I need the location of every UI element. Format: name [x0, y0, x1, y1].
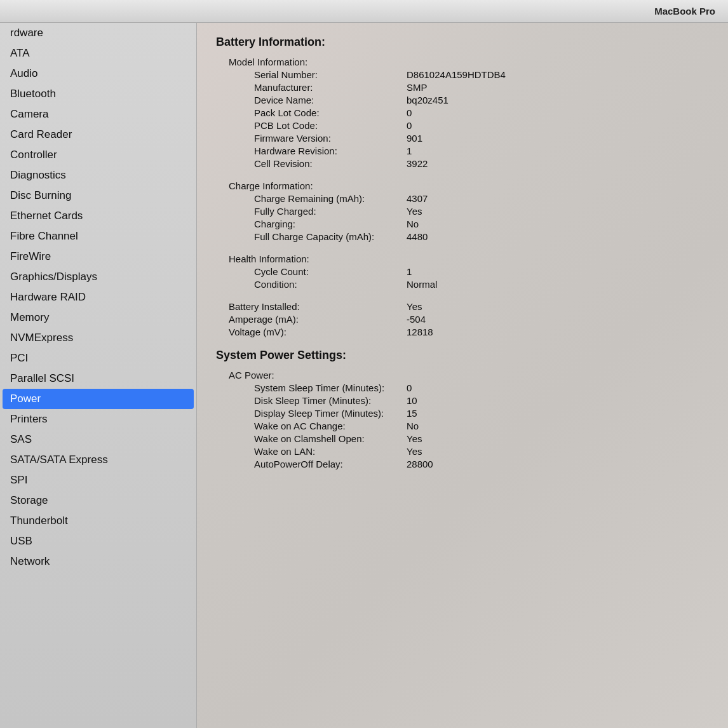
pack-lot-code-value: 0 [407, 107, 412, 118]
sidebar-item-camera[interactable]: Camera [0, 104, 196, 125]
sidebar-item-ata[interactable]: ATA [0, 43, 196, 64]
voltage-row: Voltage (mV): 12818 [216, 327, 709, 337]
sidebar-item-parallel-scsi[interactable]: Parallel SCSI [0, 368, 196, 389]
auto-power-off-delay-label: AutoPowerOff Delay: [216, 459, 407, 469]
full-charge-capacity-label: Full Charge Capacity (mAh): [216, 231, 407, 242]
amperage-value: -504 [407, 314, 426, 325]
pack-lot-code-label: Pack Lot Code: [216, 107, 407, 118]
condition-row: Condition: Normal [216, 279, 709, 290]
wake-on-lan-label: Wake on LAN: [216, 446, 407, 457]
sidebar-item-bluetooth[interactable]: Bluetooth [0, 84, 196, 104]
pack-lot-code-row: Pack Lot Code: 0 [216, 107, 709, 118]
sidebar-item-firewire[interactable]: FireWire [0, 246, 196, 267]
wake-on-ac-change-row: Wake on AC Change: No [216, 421, 709, 431]
window-title: MacBook Pro [654, 6, 715, 17]
sidebar-item-controller[interactable]: Controller [0, 145, 196, 165]
sidebar-item-diagnostics[interactable]: Diagnostics [0, 165, 196, 185]
sidebar-item-power[interactable]: Power [3, 389, 194, 409]
sidebar-item-usb[interactable]: USB [0, 531, 196, 551]
sidebar-item-sas[interactable]: SAS [0, 429, 196, 450]
system-power-settings-title: System Power Settings: [216, 349, 709, 362]
auto-power-off-delay-row: AutoPowerOff Delay: 28800 [216, 459, 709, 469]
wake-on-lan-row: Wake on LAN: Yes [216, 446, 709, 457]
full-charge-capacity-row: Full Charge Capacity (mAh): 4480 [216, 231, 709, 242]
disk-sleep-timer-row: Disk Sleep Timer (Minutes): 10 [216, 395, 709, 406]
manufacturer-row: Manufacturer: SMP [216, 82, 709, 93]
pcb-lot-code-row: PCB Lot Code: 0 [216, 120, 709, 131]
charging-row: Charging: No [216, 219, 709, 229]
sidebar: rdwareATAAudioBluetoothCameraCard Reader… [0, 23, 197, 728]
health-info-label: Health Information: [216, 253, 709, 264]
amperage-row: Amperage (mA): -504 [216, 314, 709, 325]
title-bar: MacBook Pro [0, 0, 728, 23]
sidebar-item-memory[interactable]: Memory [0, 307, 196, 328]
cell-revision-row: Cell Revision: 3922 [216, 158, 709, 169]
device-name-label: Device Name: [216, 95, 407, 105]
charging-label: Charging: [216, 219, 407, 229]
wake-on-ac-change-value: No [407, 421, 419, 431]
serial-number-label: Serial Number: [216, 69, 407, 80]
hardware-revision-label: Hardware Revision: [216, 145, 407, 156]
serial-number-row: Serial Number: D861024A159HDTDB4 [216, 69, 709, 80]
condition-value: Normal [407, 279, 437, 290]
sidebar-item-spi[interactable]: SPI [0, 470, 196, 490]
sidebar-item-rdware[interactable]: rdware [0, 23, 196, 43]
display-sleep-timer-row: Display Sleep Timer (Minutes): 15 [216, 408, 709, 419]
manufacturer-value: SMP [407, 82, 428, 93]
content-area: Battery Information: Model Information: … [197, 23, 728, 728]
firmware-version-label: Firmware Version: [216, 133, 407, 144]
cell-revision-label: Cell Revision: [216, 158, 407, 169]
hardware-revision-value: 1 [407, 145, 412, 156]
battery-installed-label: Battery Installed: [216, 301, 407, 312]
sidebar-item-disc-burning[interactable]: Disc Burning [0, 185, 196, 206]
battery-installed-value: Yes [407, 301, 422, 312]
pcb-lot-code-label: PCB Lot Code: [216, 120, 407, 131]
display-sleep-timer-label: Display Sleep Timer (Minutes): [216, 408, 407, 419]
sidebar-item-hardware-raid[interactable]: Hardware RAID [0, 287, 196, 307]
sidebar-item-card-reader[interactable]: Card Reader [0, 125, 196, 145]
main-layout: rdwareATAAudioBluetoothCameraCard Reader… [0, 23, 728, 728]
system-sleep-timer-value: 0 [407, 382, 412, 393]
sidebar-item-audio[interactable]: Audio [0, 64, 196, 84]
sidebar-item-storage[interactable]: Storage [0, 490, 196, 511]
wake-on-ac-change-label: Wake on AC Change: [216, 421, 407, 431]
hardware-revision-row: Hardware Revision: 1 [216, 145, 709, 156]
firmware-version-value: 901 [407, 133, 422, 144]
charge-remaining-row: Charge Remaining (mAh): 4307 [216, 193, 709, 204]
sidebar-item-ethernet-cards[interactable]: Ethernet Cards [0, 206, 196, 226]
charge-info-group: Charge Information: Charge Remaining (mA… [216, 180, 709, 242]
charging-value: No [407, 219, 419, 229]
charge-remaining-label: Charge Remaining (mAh): [216, 193, 407, 204]
wake-on-clamshell-open-value: Yes [407, 433, 422, 444]
fully-charged-value: Yes [407, 206, 422, 217]
amperage-label: Amperage (mA): [216, 314, 407, 325]
pcb-lot-code-value: 0 [407, 120, 412, 131]
sidebar-item-fibre-channel[interactable]: Fibre Channel [0, 226, 196, 246]
voltage-value: 12818 [407, 327, 433, 337]
device-name-value: bq20z451 [407, 95, 448, 105]
system-sleep-timer-row: System Sleep Timer (Minutes): 0 [216, 382, 709, 393]
wake-on-clamshell-open-label: Wake on Clamshell Open: [216, 433, 407, 444]
sidebar-item-thunderbolt[interactable]: Thunderbolt [0, 511, 196, 531]
sidebar-item-nvmexpress[interactable]: NVMExpress [0, 328, 196, 348]
display-sleep-timer-value: 15 [407, 408, 417, 419]
disk-sleep-timer-label: Disk Sleep Timer (Minutes): [216, 395, 407, 406]
fully-charged-label: Fully Charged: [216, 206, 407, 217]
charge-info-label: Charge Information: [216, 180, 709, 191]
sidebar-item-pci[interactable]: PCI [0, 348, 196, 368]
battery-extra-group: Battery Installed: Yes Amperage (mA): -5… [216, 301, 709, 337]
sidebar-item-graphics-displays[interactable]: Graphics/Displays [0, 267, 196, 287]
sidebar-item-network[interactable]: Network [0, 551, 196, 572]
cycle-count-value: 1 [407, 266, 412, 277]
condition-label: Condition: [216, 279, 407, 290]
sidebar-item-printers[interactable]: Printers [0, 409, 196, 429]
fully-charged-row: Fully Charged: Yes [216, 206, 709, 217]
wake-on-clamshell-open-row: Wake on Clamshell Open: Yes [216, 433, 709, 444]
firmware-version-row: Firmware Version: 901 [216, 133, 709, 144]
ac-power-group: AC Power: System Sleep Timer (Minutes): … [216, 370, 709, 469]
voltage-label: Voltage (mV): [216, 327, 407, 337]
model-info-label: Model Information: [216, 57, 709, 67]
sidebar-item-sata-sata-express[interactable]: SATA/SATA Express [0, 450, 196, 470]
health-info-group: Health Information: Cycle Count: 1 Condi… [216, 253, 709, 290]
serial-number-value: D861024A159HDTDB4 [407, 69, 506, 80]
